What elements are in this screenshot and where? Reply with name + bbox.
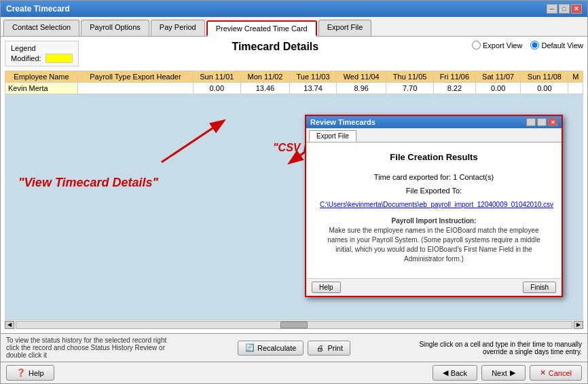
popup-exported-to-label: File Exported To: (320, 187, 548, 195)
popup-file-path[interactable]: C:\Users\kevinmerta\Documents\eb_payroll… (320, 200, 548, 208)
legend-modified-color (45, 54, 73, 63)
default-view-label: Default View (541, 41, 583, 50)
legend-box: Legend Modified: (5, 41, 79, 66)
tab-payroll-options[interactable]: Payroll Options (81, 20, 149, 36)
tab-pay-period[interactable]: Pay Period (151, 20, 205, 36)
popup-titlebar: Review Timecards ─ □ ✕ (306, 116, 562, 128)
export-view-label: Export View (483, 41, 523, 50)
recalculate-button[interactable]: 🔄 Recalculate (238, 341, 304, 356)
col-m: M (568, 71, 583, 83)
table-row[interactable]: Kevin Merta 0.00 13.46 13.74 8.96 7.70 8… (5, 83, 583, 94)
sun2-cell[interactable]: 0.00 (521, 83, 568, 94)
next-button[interactable]: Next ▶ (481, 365, 526, 381)
help-button[interactable]: ❓ Help (6, 365, 54, 381)
tue-cell[interactable]: 13.74 (290, 83, 337, 94)
view-options: Export View Default View (472, 41, 583, 50)
col-wed: Wed 11/04 (336, 71, 386, 83)
legend-item-modified: Modified: (11, 54, 73, 63)
scroll-left-btn[interactable]: ◀ (5, 321, 14, 329)
footer-nav-bar: ❓ Help ◀ Back Next ▶ ✕ Cancel (1, 362, 587, 383)
popup-tabs: Export File (306, 128, 562, 142)
nav-buttons: ◀ Back Next ▶ ✕ Cancel (433, 365, 582, 381)
popup-help-button[interactable]: Help (312, 282, 341, 293)
tab-export-file[interactable]: Export File (318, 20, 372, 36)
employee-name-cell[interactable]: Kevin Merta (5, 83, 78, 94)
svg-line-1 (162, 121, 223, 162)
top-row: Legend Modified: Timecard Details Export… (5, 41, 583, 66)
export-view-option[interactable]: Export View (472, 41, 523, 50)
horizontal-scrollbar[interactable]: ◀ ▶ (5, 320, 583, 329)
cancel-icon: ✕ (540, 368, 546, 377)
scroll-thumb[interactable] (280, 322, 308, 328)
window-title: Create Timecard (6, 4, 70, 14)
sat-cell[interactable]: 0.00 (475, 83, 520, 94)
col-tue: Tue 11/03 (290, 71, 337, 83)
fri-cell[interactable]: 8.22 (433, 83, 475, 94)
popup-finish-button[interactable]: Finish (523, 282, 556, 293)
default-view-option[interactable]: Default View (530, 41, 583, 50)
timecard-table: Employee Name Payroll Type Export Header… (5, 71, 583, 94)
tab-contact-selection[interactable]: Contact Selection (3, 20, 79, 36)
next-icon: ▶ (510, 368, 515, 377)
col-employee-name: Employee Name (5, 71, 78, 83)
bottom-buttons: 🔄 Recalculate 🖨 Print (238, 341, 350, 356)
popup-maximize-btn[interactable]: □ (537, 118, 547, 126)
scroll-right-btn[interactable]: ▶ (574, 321, 583, 329)
recalculate-label: Recalculate (257, 344, 296, 352)
bottom-right-text: Single click on a cell and type in their… (419, 341, 582, 356)
tab-bar: Contact Selection Payroll Options Pay Pe… (1, 17, 587, 37)
bottom-action-bar: To view the status history for the selec… (1, 333, 587, 362)
popup-exported-for: Time card exported for: 1 Contact(s) (320, 173, 548, 181)
main-window: Create Timecard ─ □ ✕ Contact Selection … (0, 0, 588, 384)
help-icon: ❓ (16, 368, 26, 377)
next-label: Next (492, 369, 507, 377)
popup-instruction-text: Make sure the employee names in the EIOB… (327, 227, 540, 263)
bottom-left-text: To view the status history for the selec… (6, 337, 169, 359)
print-icon: 🖨 (315, 343, 325, 353)
legend-title: Legend (11, 44, 73, 52)
wed-cell[interactable]: 8.96 (336, 83, 386, 94)
close-button[interactable]: ✕ (571, 4, 582, 14)
popup-instruction: Payroll Import Instruction: Make sure th… (320, 216, 548, 264)
back-label: Back (451, 369, 467, 377)
col-mon: Mon 11/02 (240, 71, 289, 83)
scroll-track[interactable] (16, 321, 572, 329)
col-sat: Sat 11/07 (475, 71, 520, 83)
titlebar-controls: ─ □ ✕ (547, 4, 582, 14)
popup-tab-export[interactable]: Export File (309, 130, 356, 142)
col-sun1: Sun 11/01 (193, 71, 240, 83)
grid-container: Employee Name Payroll Type Export Header… (5, 71, 583, 320)
popup-instruction-title: Payroll Import Instruction: (391, 217, 476, 225)
main-content: Legend Modified: Timecard Details Export… (1, 37, 587, 333)
popup-minimize-btn[interactable]: ─ (526, 118, 536, 126)
popup-titlebar-controls: ─ □ ✕ (526, 118, 557, 126)
legend-modified-label: Modified: (11, 54, 41, 62)
popup-dialog: Review Timecards ─ □ ✕ Export File File … (305, 115, 563, 297)
export-view-radio[interactable] (472, 41, 481, 50)
popup-body: File Creation Results Time card exported… (306, 142, 562, 278)
popup-footer: Help Finish (306, 278, 562, 296)
recalculate-icon: 🔄 (245, 343, 255, 353)
col-payroll-type: Payroll Type Export Header (78, 71, 194, 83)
table-header-row: Employee Name Payroll Type Export Header… (5, 71, 583, 83)
thu-cell[interactable]: 7.70 (386, 83, 433, 94)
minimize-button[interactable]: ─ (547, 4, 557, 14)
sun1-cell[interactable]: 0.00 (193, 83, 240, 94)
m-cell[interactable] (568, 83, 583, 94)
print-button[interactable]: 🖨 Print (308, 341, 350, 356)
help-label: Help (29, 369, 44, 377)
popup-close-btn[interactable]: ✕ (548, 118, 557, 126)
default-view-radio[interactable] (530, 41, 539, 50)
mon-cell[interactable]: 13.46 (240, 83, 289, 94)
popup-section-title: File Creation Results (320, 152, 548, 162)
back-button[interactable]: ◀ Back (433, 365, 477, 381)
col-sun2: Sun 11/08 (521, 71, 568, 83)
print-label: Print (327, 344, 343, 352)
cancel-button[interactable]: ✕ Cancel (530, 365, 582, 381)
back-icon: ◀ (443, 368, 448, 377)
payroll-type-cell[interactable] (78, 83, 194, 94)
timecard-title: Timecard Details (79, 41, 472, 53)
popup-title: Review Timecards (310, 118, 375, 126)
tab-preview-time-card[interactable]: Preview Created Time Card (206, 20, 317, 37)
maximize-button[interactable]: □ (559, 4, 570, 14)
